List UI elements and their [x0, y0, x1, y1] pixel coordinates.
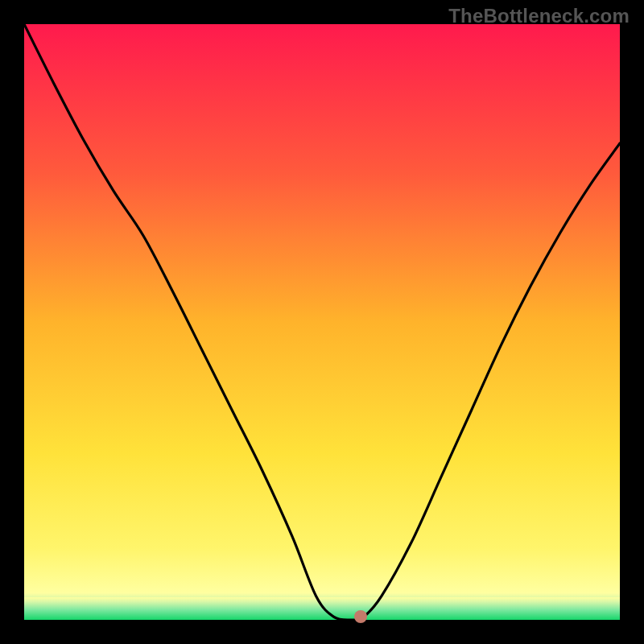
chart-frame: TheBottleneck.com [0, 0, 644, 644]
plot-area [24, 24, 620, 620]
watermark-text: TheBottleneck.com [448, 5, 630, 27]
bottleneck-curve [24, 24, 620, 620]
optimal-point-marker [354, 610, 367, 623]
